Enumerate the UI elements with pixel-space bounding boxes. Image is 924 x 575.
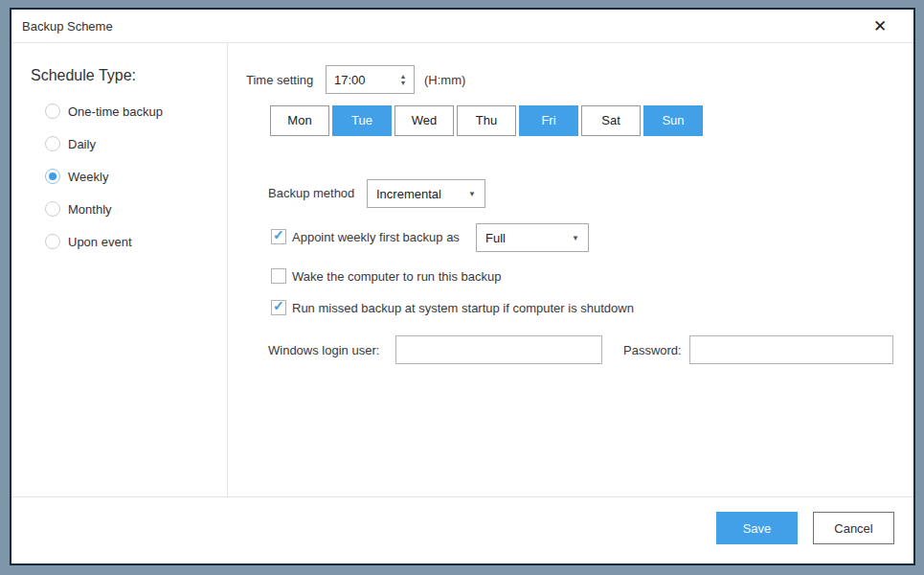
radio-label: Monthly — [68, 202, 112, 217]
radio-label: Daily — [68, 137, 96, 151]
wake-computer-checkbox[interactable]: ✓ — [271, 268, 286, 284]
cancel-button[interactable]: Cancel — [813, 512, 894, 544]
day-button-fri[interactable]: Fri — [519, 105, 578, 136]
day-button-mon[interactable]: Mon — [270, 105, 329, 136]
window-title: Backup Scheme — [22, 19, 113, 34]
checkmark-icon: ✓ — [273, 298, 284, 313]
backup-method-value: Incremental — [368, 187, 468, 201]
time-setting-label: Time setting — [246, 73, 313, 87]
run-missed-backup-checkbox[interactable]: ✓ — [271, 300, 286, 315]
radio-icon[interactable] — [45, 234, 60, 249]
day-button-wed[interactable]: Wed — [394, 105, 454, 136]
windows-login-user-label: Windows login user: — [268, 343, 379, 357]
appoint-first-backup-checkbox[interactable]: ✓ — [271, 229, 286, 244]
schedule-option-upon-event[interactable]: Upon event — [45, 233, 132, 250]
password-label: Password: — [623, 343, 682, 357]
day-button-sat[interactable]: Sat — [581, 105, 641, 136]
checkmark-icon: ✓ — [273, 227, 284, 242]
password-input[interactable] — [689, 335, 893, 364]
backup-method-label: Backup method — [268, 186, 354, 200]
close-button[interactable]: ✕ — [869, 16, 890, 37]
schedule-option-daily[interactable]: Daily — [45, 135, 96, 152]
time-spinner[interactable]: ▲ ▼ — [395, 66, 411, 93]
day-button-tue[interactable]: Tue — [332, 105, 392, 136]
schedule-option-weekly[interactable]: Weekly — [45, 168, 108, 185]
day-button-sun[interactable]: Sun — [643, 105, 703, 136]
radio-label: Upon event — [68, 235, 132, 249]
dropdown-arrow-icon: ▼ — [572, 234, 588, 242]
radio-icon[interactable] — [45, 201, 60, 217]
day-button-thu[interactable]: Thu — [457, 105, 516, 136]
windows-login-user-input[interactable] — [395, 335, 602, 364]
title-bar: Backup Scheme ✕ — [11, 10, 913, 43]
save-button[interactable]: Save — [716, 512, 798, 544]
schedule-option-one-time[interactable]: One-time backup — [45, 103, 163, 120]
backup-scheme-dialog: Backup Scheme ✕ Schedule Type: One-time … — [10, 8, 915, 565]
run-missed-backup-label: Run missed backup at system startup if c… — [292, 301, 634, 315]
footer-divider — [11, 496, 913, 497]
radio-label: One-time backup — [68, 104, 163, 119]
appoint-first-backup-label: Appoint weekly first backup as — [292, 230, 460, 244]
close-icon: ✕ — [873, 17, 887, 35]
radio-icon[interactable] — [45, 136, 60, 151]
spinner-down-icon[interactable]: ▼ — [400, 80, 407, 86]
sidebar-divider — [227, 43, 228, 496]
spinner-up-icon[interactable]: ▲ — [400, 73, 407, 80]
schedule-option-monthly[interactable]: Monthly — [45, 200, 112, 218]
time-setting-field: ▲ ▼ — [326, 65, 415, 94]
first-backup-type-dropdown[interactable]: Full ▼ — [476, 223, 589, 252]
wake-computer-label: Wake the computer to run this backup — [292, 269, 501, 284]
dropdown-arrow-icon: ▼ — [468, 190, 485, 198]
time-input[interactable] — [327, 66, 395, 93]
time-format-hint: (H:mm) — [424, 73, 465, 87]
first-backup-type-value: Full — [477, 231, 572, 245]
radio-icon[interactable] — [45, 104, 60, 119]
backup-method-dropdown[interactable]: Incremental ▼ — [367, 179, 485, 208]
schedule-type-heading: Schedule Type: — [31, 67, 136, 84]
radio-selected-icon[interactable] — [45, 169, 60, 184]
radio-label: Weekly — [68, 170, 108, 184]
